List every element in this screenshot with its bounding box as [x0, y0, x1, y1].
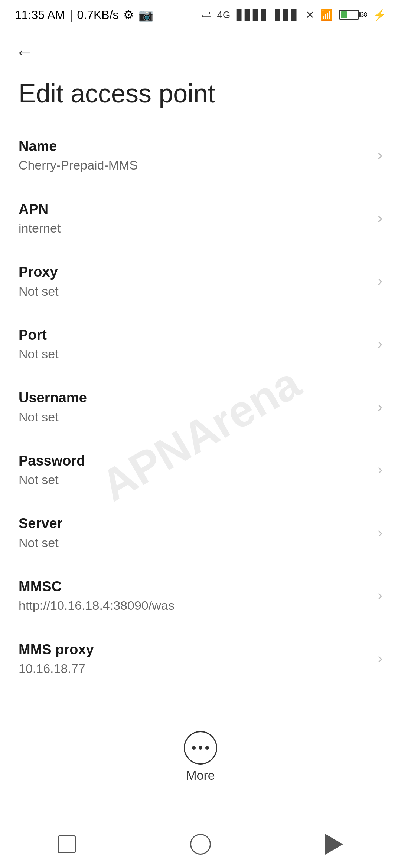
field-mmsc[interactable]: MMSC http://10.16.18.4:38090/was ›	[0, 564, 401, 627]
more-circle-icon	[184, 731, 217, 765]
back-button[interactable]: ←	[0, 30, 401, 70]
nav-home-icon	[190, 834, 211, 855]
field-name[interactable]: Name Cherry-Prepaid-MMS ›	[0, 124, 401, 187]
dot-1	[192, 746, 196, 750]
bolt-icon: ⚡	[373, 9, 386, 21]
time-display: 11:35 AM	[15, 8, 65, 22]
status-bar: 11:35 AM | 0.7KB/s ⚙ 📷 ⮂ 4G ▋▋▋▋ ▋▋▋ ✕ 📶…	[0, 0, 401, 30]
more-button[interactable]: More	[184, 720, 217, 794]
chevron-icon: ›	[378, 525, 382, 541]
field-proxy-text: Proxy Not set	[19, 263, 370, 299]
field-proxy-label: Proxy	[19, 263, 370, 281]
field-name-value: Cherry-Prepaid-MMS	[19, 157, 370, 173]
dot-3	[205, 746, 209, 750]
field-server[interactable]: Server Not set ›	[0, 501, 401, 564]
field-password-value: Not set	[19, 471, 370, 488]
nav-recents-button[interactable]	[54, 831, 80, 857]
field-mmsc-value: http://10.16.18.4:38090/was	[19, 597, 370, 614]
nav-home-button[interactable]	[188, 831, 213, 857]
nav-recents-icon	[58, 835, 76, 853]
network-speed: 0.7KB/s	[77, 8, 119, 22]
field-password-text: Password Not set	[19, 452, 370, 488]
field-mms-proxy-value: 10.16.18.77	[19, 660, 370, 677]
battery-fill	[341, 11, 347, 18]
field-mmsc-label: MMSC	[19, 578, 370, 596]
bluetooth-icon: ⮂	[201, 9, 211, 21]
field-name-text: Name Cherry-Prepaid-MMS	[19, 137, 370, 174]
signal-4g-icon: 4G	[217, 9, 231, 21]
speed-display: |	[69, 8, 72, 22]
field-server-label: Server	[19, 514, 370, 533]
field-apn-text: APN internet	[19, 200, 370, 237]
signal-bars-icon: ▋▋▋▋	[237, 9, 269, 21]
field-mmsc-text: MMSC http://10.16.18.4:38090/was	[19, 578, 370, 614]
field-password[interactable]: Password Not set ›	[0, 438, 401, 502]
field-apn-value: internet	[19, 220, 370, 236]
settings-icon: ⚙	[123, 8, 134, 22]
field-username-value: Not set	[19, 409, 370, 425]
chevron-icon: ›	[378, 273, 382, 289]
battery-percent: 38	[361, 11, 367, 18]
nav-back-button[interactable]	[321, 831, 347, 857]
chevron-icon: ›	[378, 336, 382, 352]
chevron-icon: ›	[378, 588, 382, 604]
field-username-label: Username	[19, 389, 370, 407]
chevron-icon: ›	[378, 210, 382, 226]
field-server-value: Not set	[19, 535, 370, 551]
field-apn-label: APN	[19, 200, 370, 218]
more-label: More	[186, 768, 215, 783]
field-port-text: Port Not set	[19, 326, 370, 362]
signal-bars-2-icon: ▋▋▋	[275, 9, 300, 21]
field-password-label: Password	[19, 452, 370, 470]
field-name-label: Name	[19, 137, 370, 155]
field-proxy[interactable]: Proxy Not set ›	[0, 250, 401, 313]
chevron-icon: ›	[378, 651, 382, 667]
nav-back-icon	[325, 834, 343, 855]
field-username-text: Username Not set	[19, 389, 370, 425]
field-port-value: Not set	[19, 346, 370, 362]
back-arrow-icon: ←	[15, 41, 34, 63]
settings-list: Name Cherry-Prepaid-MMS › APN internet ›…	[0, 124, 401, 690]
more-dots-icon	[192, 746, 209, 750]
field-mms-proxy-label: MMS proxy	[19, 641, 370, 659]
field-mms-proxy-text: MMS proxy 10.16.18.77	[19, 641, 370, 677]
field-username[interactable]: Username Not set ›	[0, 375, 401, 438]
field-port[interactable]: Port Not set ›	[0, 313, 401, 376]
field-port-label: Port	[19, 326, 370, 344]
nav-bar	[0, 820, 401, 868]
chevron-icon: ›	[378, 399, 382, 415]
battery-icon	[339, 10, 359, 20]
field-mms-proxy[interactable]: MMS proxy 10.16.18.77 ›	[0, 627, 401, 690]
page-title: Edit access point	[0, 70, 401, 124]
status-left: 11:35 AM | 0.7KB/s ⚙ 📷	[15, 8, 153, 22]
signal-x-icon: ✕	[306, 9, 314, 21]
battery-container: 38	[339, 10, 367, 20]
chevron-icon: ›	[378, 147, 382, 163]
field-server-text: Server Not set	[19, 514, 370, 551]
field-apn[interactable]: APN internet ›	[0, 187, 401, 250]
field-proxy-value: Not set	[19, 283, 370, 299]
camera-icon: 📷	[138, 8, 153, 22]
dot-2	[199, 746, 202, 750]
wifi-icon: 📶	[320, 9, 333, 21]
chevron-icon: ›	[378, 462, 382, 478]
status-right: ⮂ 4G ▋▋▋▋ ▋▋▋ ✕ 📶 38 ⚡	[201, 9, 386, 21]
